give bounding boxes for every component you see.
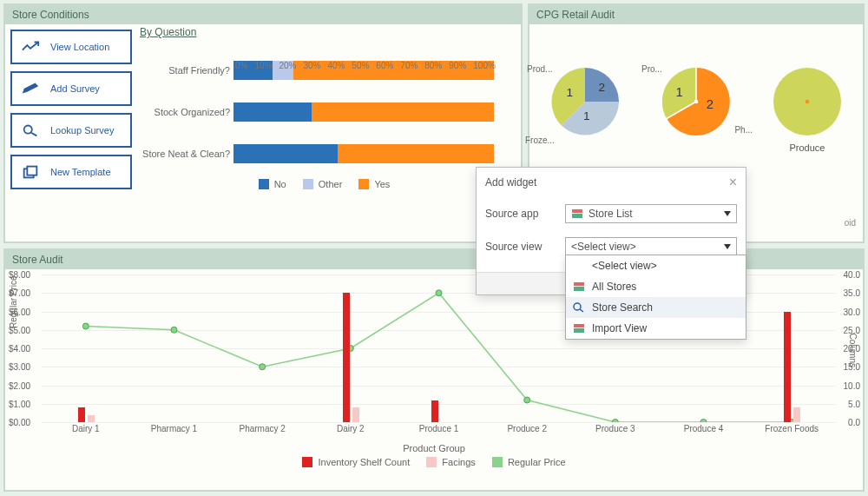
pie-label: Prod... [527,64,552,74]
dialog-title: Add widget [485,176,536,188]
svg-rect-26 [574,287,584,291]
search-icon [21,122,40,138]
svg-point-27 [574,303,581,310]
chevron-down-icon [724,211,731,216]
by-question-chart: By Question 0%10%20%30%40%50%60%70%80%90… [140,26,509,239]
store-audit-legend: Inventory Shelf Count Facings Regular Pr… [5,457,863,469]
legend-fac: Facings [442,457,476,467]
pie-label: Froze... [525,136,555,145]
lookup-survey-button[interactable]: Lookup Survey [10,113,132,148]
pie-chart-1: 2 1 1 Prod... Froze... [537,68,633,153]
search-icon [573,302,585,313]
nav-label: View Location [50,42,109,52]
nav-label: Lookup Survey [50,125,114,136]
truncated-text: oid [845,218,856,228]
store-icon [571,208,583,219]
source-view-dropdown: <Select view> All Stores Store Search Im… [565,255,746,340]
nav-label: Add Survey [50,83,100,94]
pie-label: Pro... [641,64,662,74]
x-axis-categories: Dairy 1Pharmacy 1Pharmacy 2Dairy 2Produc… [42,424,836,433]
source-view-label: Source view [485,241,565,253]
svg-text:1: 1 [583,109,590,122]
pie-chart-3: Produce [760,68,855,153]
new-template-button[interactable]: New Template [10,155,132,189]
svg-rect-24 [572,214,582,218]
svg-text:1: 1 [676,85,683,99]
pencil-icon [21,81,40,96]
svg-text:2: 2 [707,97,713,111]
y-axis-label-left: Regular Price [9,275,18,328]
store-icon [573,323,585,334]
panel-title: Store Conditions [5,5,521,24]
byq-category-label: Store Neat & Clean? [140,149,233,159]
byq-axis: 0%10%20%30%40%50%60%70%80%90%100% [235,61,496,70]
pie-chart-2: 2 1 Pro... Ph... [648,68,744,153]
svg-rect-3 [27,167,36,175]
legend-price: Regular Price [508,457,566,467]
source-view-select[interactable]: <Select view> [565,237,737,256]
pie-label: Produce [760,142,855,153]
byq-bar [233,144,494,163]
svg-point-0 [24,126,32,134]
legend-no: No [274,179,286,189]
chevron-down-icon [724,244,731,249]
byq-legend: No Other Yes [140,179,509,191]
nav-label: New Template [50,167,111,177]
pie-label: Ph... [734,125,753,135]
svg-point-13 [806,100,810,104]
svg-line-28 [580,309,583,312]
panel-title: CPG Retail Audit [529,5,863,24]
view-location-button[interactable]: View Location [10,30,132,64]
source-view-value: <Select view> [571,241,636,253]
source-app-label: Source app [485,208,565,220]
byq-category-label: Staff Friendly? [140,65,233,76]
option-store-search[interactable]: Store Search [566,297,746,318]
documents-icon [21,164,40,180]
svg-rect-25 [574,282,584,286]
x-axis-label: Product Group [5,443,863,453]
source-app-value: Store List [589,208,633,220]
panel-store-conditions: Store Conditions View Location Add Surve… [3,3,523,243]
option-all-stores[interactable]: All Stores [566,276,746,297]
add-survey-button[interactable]: Add Survey [10,71,132,106]
byq-bar [233,103,494,122]
svg-text:2: 2 [599,81,606,94]
store-icon [573,281,585,292]
byq-category-label: Stock Organized? [140,107,233,117]
trend-up-icon [21,39,40,55]
legend-yes: Yes [374,179,390,189]
svg-rect-30 [574,328,584,333]
legend-other: Other [319,179,343,189]
svg-line-1 [31,133,36,136]
source-app-select[interactable]: Store List [565,204,737,223]
chart-title: By Question [140,26,509,38]
option-import-view[interactable]: Import View [566,318,746,339]
svg-rect-29 [574,324,584,327]
svg-text:1: 1 [567,86,574,99]
close-icon[interactable]: × [729,175,737,190]
option-placeholder[interactable]: <Select view> [566,255,746,276]
sidebar: View Location Add Survey Lookup Survey N… [10,30,132,196]
svg-rect-23 [572,209,582,213]
legend-inv: Inventory Shelf Count [318,457,410,467]
